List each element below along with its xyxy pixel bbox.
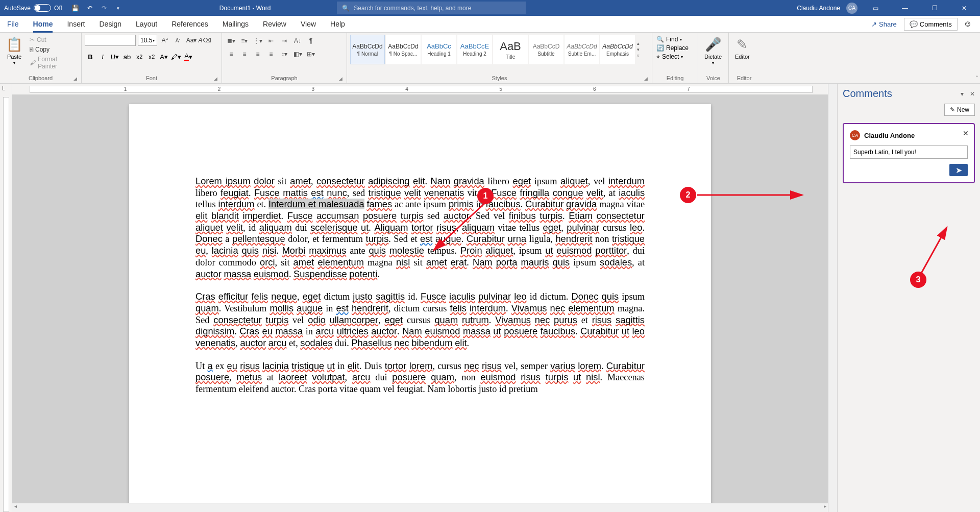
cut-button[interactable]: ✂Cut <box>28 36 78 44</box>
pane-close-icon[interactable]: ✕ <box>970 90 975 97</box>
launcher-icon[interactable]: ◢ <box>214 76 217 81</box>
ribbon-display-icon[interactable]: ▭ <box>864 0 887 16</box>
highlight-icon[interactable]: 🖍▾ <box>170 51 182 62</box>
tab-home[interactable]: Home <box>26 16 60 33</box>
borders-icon[interactable]: ⊞▾ <box>305 51 317 58</box>
comments-button[interactable]: 💬Comments <box>904 18 958 31</box>
shading-icon[interactable]: ◧▾ <box>291 51 304 58</box>
grow-font-icon[interactable]: A˄ <box>159 35 170 46</box>
multilevel-icon[interactable]: ⋮▾ <box>252 37 264 44</box>
tab-design[interactable]: Design <box>92 16 129 33</box>
strikethrough-button[interactable]: ab <box>121 51 133 62</box>
search-placeholder: Search for commands, text, help, and mor… <box>354 5 471 12</box>
comment-text-input[interactable] <box>850 145 968 159</box>
decrease-indent-icon[interactable]: ⇤ <box>265 37 277 44</box>
align-left-icon[interactable]: ≡ <box>225 51 237 58</box>
save-icon[interactable]: 💾 <box>71 4 80 12</box>
select-button[interactable]: ⌖Select▾ <box>656 53 689 60</box>
close-icon[interactable]: ✕ <box>952 0 976 16</box>
replace-button[interactable]: 🔄Replace <box>656 44 689 52</box>
tab-file[interactable]: File <box>0 16 26 33</box>
style-subtitle[interactable]: AaBbCcDSubtitle <box>529 35 564 64</box>
maximize-icon[interactable]: ❐ <box>923 0 946 16</box>
line-spacing-icon[interactable]: ↕▾ <box>278 51 290 58</box>
styles-gallery[interactable]: AaBbCcDd¶ Normal AaBbCcDd¶ No Spac... Aa… <box>350 35 644 64</box>
underline-button[interactable]: U▾ <box>109 51 120 62</box>
document-canvas[interactable]: Lorem ipsum dolor sit amet, consectetur … <box>12 95 828 503</box>
bullets-icon[interactable]: ≣▾ <box>225 37 237 44</box>
align-center-icon[interactable]: ≡ <box>238 51 251 58</box>
tab-mailings[interactable]: Mailings <box>215 16 256 33</box>
format-painter-button[interactable]: 🖌Format Painter <box>28 55 78 70</box>
copy-button[interactable]: ⎘Copy <box>28 45 78 54</box>
font-size-input[interactable]: 10.5▾ <box>138 35 157 46</box>
numbering-icon[interactable]: ≡▾ <box>238 37 251 44</box>
paste-button[interactable]: 📋 Paste ▾ <box>3 35 26 67</box>
undo-icon[interactable]: ↶ <box>86 4 94 12</box>
new-comment-button[interactable]: ✎New <box>944 104 975 116</box>
author-avatar: CA <box>850 130 860 140</box>
search-input[interactable]: 🔍 Search for commands, text, help, and m… <box>337 2 526 14</box>
bold-button[interactable]: B <box>85 51 96 62</box>
italic-button[interactable]: I <box>97 51 108 62</box>
font-color-icon[interactable]: A▾ <box>183 51 194 62</box>
editor-button[interactable]: ✎Editor <box>732 35 753 62</box>
annotation-3: 3 <box>910 272 926 288</box>
collapse-ribbon-icon[interactable]: ˆ <box>976 75 978 81</box>
tab-help[interactable]: Help <box>323 16 352 33</box>
style-heading2[interactable]: AaBbCcEHeading 2 <box>457 35 492 64</box>
tab-references[interactable]: References <box>164 16 215 33</box>
launcher-icon[interactable]: ◢ <box>339 76 342 81</box>
launcher-icon[interactable]: ◢ <box>644 76 648 81</box>
autosave-toggle[interactable]: AutoSave Off <box>0 4 66 12</box>
launcher-icon[interactable]: ◢ <box>74 76 77 81</box>
find-button[interactable]: 🔍Find▾ <box>656 36 689 43</box>
increase-indent-icon[interactable]: ⇥ <box>278 37 290 44</box>
clear-formatting-icon[interactable]: A⌫ <box>199 35 210 46</box>
sort-icon[interactable]: A↓ <box>291 37 304 44</box>
scissors-icon: ✂ <box>30 36 35 43</box>
qat-customize-icon[interactable]: ▾ <box>114 4 122 12</box>
shrink-font-icon[interactable]: A˅ <box>173 35 184 46</box>
show-marks-icon[interactable]: ¶ <box>305 37 317 44</box>
dictate-button[interactable]: 🎤Dictate▾ <box>701 35 725 67</box>
text-effects-icon[interactable]: A▾ <box>158 51 169 62</box>
style-nospacing[interactable]: AaBbCcDd¶ No Spac... <box>386 35 421 64</box>
change-case-icon[interactable]: Aa▾ <box>186 35 197 46</box>
feedback-icon[interactable]: ☺ <box>960 19 976 29</box>
pane-options-icon[interactable]: ▾ <box>961 90 964 97</box>
style-heading1[interactable]: AaBbCcHeading 1 <box>422 35 456 64</box>
styles-more-icon[interactable]: ▴▾▿ <box>636 41 644 58</box>
minimize-icon[interactable]: — <box>893 0 917 16</box>
tab-review[interactable]: Review <box>256 16 293 33</box>
send-comment-button[interactable]: ➤ <box>949 164 968 176</box>
horizontal-scrollbar[interactable]: ◂ ▸ <box>12 503 828 512</box>
vertical-scrollbar[interactable] <box>828 84 837 512</box>
font-name-input[interactable] <box>85 35 136 46</box>
style-subtleem[interactable]: AaBbCcDdSubtle Em... <box>565 35 599 64</box>
vertical-ruler[interactable]: L <box>0 84 12 512</box>
share-button[interactable]: ↗Share <box>866 18 902 30</box>
style-normal[interactable]: AaBbCcDd¶ Normal <box>350 35 385 64</box>
annotation-1: 1 <box>477 188 494 204</box>
paragraph-1[interactable]: Lorem ipsum dolor sit amet, consectetur … <box>195 176 645 280</box>
subscript-button[interactable]: x2 <box>134 51 145 62</box>
paragraph-3[interactable]: Ut a ex eu risus lacinia tristique ut in… <box>195 360 645 395</box>
comment-close-icon[interactable]: ✕ <box>963 129 969 137</box>
user-avatar[interactable]: CA <box>846 3 857 14</box>
justify-icon[interactable]: ≡ <box>265 51 277 58</box>
redo-icon[interactable]: ↷ <box>100 4 108 12</box>
style-emphasis[interactable]: AaBbCcDdEmphasis <box>600 35 635 64</box>
style-title[interactable]: AaBTitle <box>493 35 528 64</box>
tab-insert[interactable]: Insert <box>60 16 92 33</box>
comments-pane-title: Comments <box>843 88 892 100</box>
tab-view[interactable]: View <box>293 16 323 33</box>
paragraph-2[interactable]: Cras efficitur felis neque, eget dictum … <box>195 291 645 349</box>
align-right-icon[interactable]: ≡ <box>252 51 264 58</box>
user-name[interactable]: Claudiu Andone <box>797 5 840 12</box>
author-name: Claudiu Andone <box>864 132 915 139</box>
superscript-button[interactable]: x2 <box>146 51 157 62</box>
tab-layout[interactable]: Layout <box>129 16 164 33</box>
horizontal-ruler[interactable]: 1 2 3 4 5 6 7 <box>12 84 828 95</box>
page[interactable]: Lorem ipsum dolor sit amet, consectetur … <box>129 104 711 503</box>
